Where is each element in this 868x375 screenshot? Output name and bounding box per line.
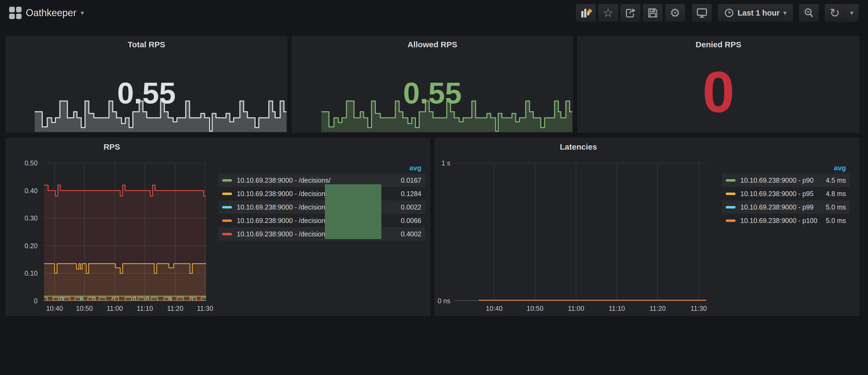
series-avg-value: 0.0066 (396, 217, 422, 225)
y-tick-label: 0.10 (6, 270, 38, 277)
x-tick-label: 10:40 (46, 305, 63, 312)
legend-row[interactable]: 10.10.69.238:9000 - p954.8 ms (722, 187, 850, 200)
legend-row[interactable]: 10.10.69.238:9000 - p1005.0 ms (722, 214, 850, 227)
x-tick-label: 11:20 (167, 305, 184, 312)
series-avg-value: 0.0167 (396, 177, 422, 184)
x-tick-label: 11:10 (137, 305, 153, 312)
series-color-swatch[interactable] (222, 179, 232, 182)
series-avg-value: 0.4002 (396, 230, 422, 238)
series-avg-value: 4.5 ms (820, 177, 846, 184)
series-name: 10.10.69.238:9000 - /decisions/ (237, 217, 331, 225)
latencies-chart-canvas[interactable] (455, 163, 706, 301)
share-button[interactable] (620, 4, 640, 22)
series-color-swatch[interactable] (726, 193, 736, 195)
x-tick-label: 11:00 (107, 305, 123, 312)
rps-legend: avg10.10.69.238:9000 - /decisions/0.0167… (218, 162, 425, 241)
tv-mode-icon (696, 7, 708, 19)
y-tick-label: 0.30 (6, 214, 38, 222)
series-name: 10.10.69.238:9000 - /decisions/ (237, 177, 331, 184)
series-name: 10.10.69.238:9000 - p99 (740, 204, 813, 211)
x-tick-label: 10:50 (527, 305, 544, 312)
legend-header: avg (218, 162, 425, 174)
chevron-down-icon: ▾ (81, 10, 84, 16)
panel-latencies: Latencies 1 s0 ns 10:4010:5011:0011:1011… (435, 138, 859, 316)
y-tick-label: 1 s (435, 159, 451, 167)
series-color-swatch[interactable] (726, 219, 736, 222)
gear-icon: ⚙ (670, 7, 680, 19)
series-name: 10.10.69.238:9000 - /decisions/ (237, 230, 331, 238)
settings-button[interactable]: ⚙ (665, 4, 685, 22)
dashboard-grid-icon (9, 7, 22, 19)
time-range-label: Last 1 hour (738, 9, 780, 18)
series-color-swatch[interactable] (222, 193, 232, 195)
share-icon (624, 7, 637, 19)
green-overlay (325, 184, 381, 239)
legend-row[interactable]: 10.10.69.238:9000 - /decisions/0.0066 (218, 214, 425, 227)
refresh-button[interactable]: ↻ (825, 4, 845, 22)
x-tick-label: 11:20 (650, 305, 666, 312)
chevron-down-icon: ▾ (783, 10, 786, 16)
add-panel-button[interactable] (576, 4, 596, 22)
refresh-group: ↻ ▾ (825, 4, 859, 22)
y-tick-label: 0.20 (6, 242, 38, 250)
y-tick-label: 0.50 (6, 159, 38, 167)
panel-title[interactable]: Allowed RPS (292, 40, 573, 49)
series-name: 10.10.69.238:9000 - p100 (740, 217, 817, 225)
legend-row[interactable]: 10.10.69.238:9000 - p904.5 ms (722, 174, 850, 187)
navbar: Oathkeeper ▾ ☆ (0, 0, 868, 26)
panel-title[interactable]: Latencies (298, 143, 859, 152)
tv-mode-button[interactable] (692, 4, 712, 22)
legend-row[interactable]: 10.10.69.238:9000 - p995.0 ms (722, 200, 850, 214)
chevron-down-icon: ▾ (850, 10, 853, 16)
zoom-out-button[interactable] (799, 4, 819, 22)
series-color-swatch[interactable] (222, 219, 232, 222)
total-rps-sparkline (35, 98, 286, 132)
series-avg-value: 0.1284 (396, 190, 422, 198)
navbar-toolbar: ☆ ⚙ (576, 4, 859, 22)
series-color-swatch[interactable] (222, 233, 232, 235)
series-name: 10.10.69.238:9000 - p90 (740, 177, 813, 184)
legend-row[interactable]: 10.10.69.238:9000 - /decisions/0.0022 (218, 200, 425, 214)
stat-value-denied-rps: 0 (578, 63, 859, 121)
panel-allowed-rps: Allowed RPS 0.55 (292, 36, 573, 133)
series-avg-value: 5.0 ms (820, 204, 846, 211)
series-name: 10.10.69.238:9000 - p95 (740, 190, 813, 198)
legend-header: avg (722, 162, 850, 174)
x-tick-label: 10:50 (76, 305, 93, 312)
time-range-picker[interactable]: Last 1 hour ▾ (718, 4, 793, 22)
series-color-swatch[interactable] (726, 179, 736, 182)
panel-rps: RPS 0.500.400.300.200.100 10:4010:5011:0… (6, 138, 430, 316)
series-avg-value: 0.0022 (396, 204, 422, 211)
star-icon: ☆ (603, 7, 613, 19)
refresh-interval-caret[interactable]: ▾ (845, 4, 859, 22)
refresh-icon: ↻ (830, 7, 840, 19)
rps-chart-canvas[interactable] (44, 163, 206, 301)
y-tick-label: 0 ns (435, 297, 451, 305)
x-tick-label: 11:00 (568, 305, 584, 312)
latencies-legend: avg10.10.69.238:9000 - p904.5 ms10.10.69… (722, 162, 850, 227)
panel-title[interactable]: Denied RPS (578, 40, 859, 49)
legend-avg-header[interactable]: avg (834, 164, 846, 172)
allowed-rps-sparkline (321, 98, 572, 132)
y-tick-label: 0.40 (6, 187, 38, 194)
panel-total-rps: Total RPS 0.55 (6, 36, 287, 133)
legend-row[interactable]: 10.10.69.238:9000 - /decisions/0.1284 (218, 187, 425, 200)
x-tick-label: 11:30 (691, 305, 707, 312)
series-color-swatch[interactable] (222, 206, 232, 209)
series-avg-value: 5.0 ms (820, 217, 846, 225)
series-color-swatch[interactable] (726, 206, 736, 209)
x-tick-label: 10:40 (486, 305, 503, 312)
clock-icon (724, 8, 734, 18)
legend-avg-header[interactable]: avg (409, 164, 422, 172)
page-title: Oathkeeper (26, 7, 76, 19)
y-tick-label: 0 (6, 297, 38, 305)
legend-row[interactable]: 10.10.69.238:9000 - /decisions/0.0167 (218, 174, 425, 187)
series-name: 10.10.69.238:9000 - /decisions/ (237, 204, 331, 211)
add-panel-icon (580, 7, 592, 19)
legend-row[interactable]: 10.10.69.238:9000 - /decisions/0.4002 (218, 227, 425, 241)
dashboard-title-dropdown[interactable]: Oathkeeper ▾ (9, 7, 84, 19)
star-button[interactable]: ☆ (598, 4, 618, 22)
panel-title[interactable]: Total RPS (6, 40, 287, 49)
save-button[interactable] (643, 4, 663, 22)
series-name: 10.10.69.238:9000 - /decisions/ (237, 190, 331, 198)
